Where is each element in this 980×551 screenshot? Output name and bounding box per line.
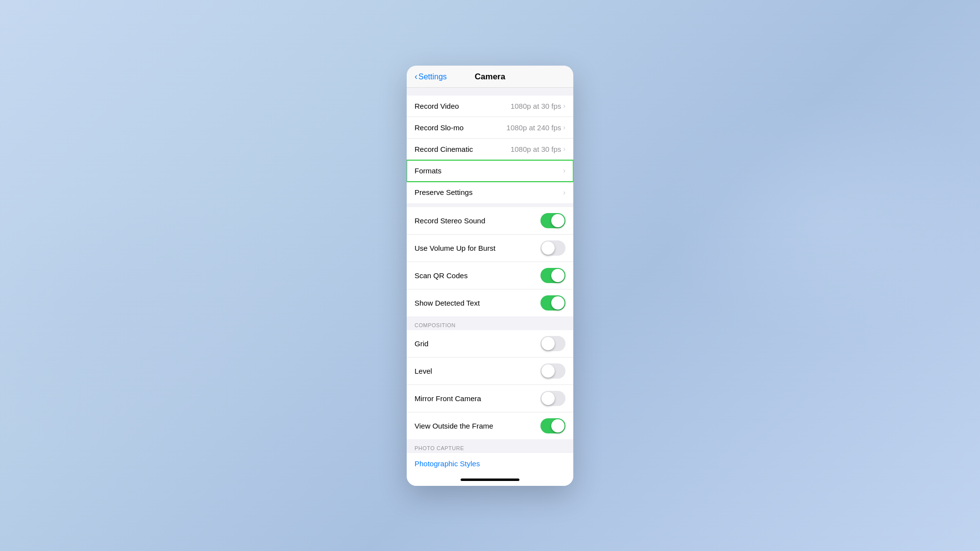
level-toggle[interactable] (540, 363, 565, 379)
toggle-knob (541, 392, 555, 405)
record-video-value: 1080p at 30 fps › (511, 102, 565, 110)
record-cinematic-value: 1080p at 30 fps › (511, 145, 565, 153)
photo-capture-group: Photographic Styles (407, 453, 573, 475)
view-outside-frame-toggle[interactable] (540, 418, 565, 433)
phone-container: ‹ Settings Camera Record Video 1080p at … (407, 66, 573, 486)
record-video-chevron-icon: › (563, 102, 565, 110)
toggle-knob (551, 269, 564, 282)
grid-row: Grid (407, 330, 573, 358)
record-video-row[interactable]: Record Video 1080p at 30 fps › (407, 96, 573, 117)
scan-qr-codes-toggle[interactable] (540, 268, 565, 283)
use-volume-up-burst-label: Use Volume Up for Burst (415, 244, 495, 252)
toggle-knob (551, 419, 564, 432)
show-detected-text-toggle[interactable] (540, 295, 565, 311)
record-slo-mo-row[interactable]: Record Slo-mo 1080p at 240 fps › (407, 117, 573, 139)
record-slo-mo-value: 1080p at 240 fps › (507, 123, 565, 132)
record-video-label: Record Video (415, 102, 459, 110)
photographic-styles-label: Photographic Styles (415, 459, 480, 468)
mirror-front-camera-toggle[interactable] (540, 391, 565, 406)
toggle-knob (541, 337, 555, 350)
formats-value: › (563, 167, 565, 174)
level-row: Level (407, 358, 573, 385)
show-detected-text-row: Show Detected Text (407, 289, 573, 316)
photo-capture-section-gap: PHOTO CAPTURE (407, 439, 573, 453)
back-label: Settings (418, 72, 447, 81)
photographic-styles-row[interactable]: Photographic Styles (407, 453, 573, 475)
grid-label: Grid (415, 339, 428, 348)
preserve-settings-label: Preserve Settings (415, 188, 472, 196)
spacer-1 (407, 203, 573, 207)
record-cinematic-row[interactable]: Record Cinematic 1080p at 30 fps › (407, 139, 573, 160)
composition-group: Grid Level Mirror Front Camera View Outs… (407, 330, 573, 439)
scan-qr-codes-row: Scan QR Codes (407, 262, 573, 289)
home-indicator (407, 475, 573, 486)
preserve-settings-value: › (563, 189, 565, 196)
scan-qr-codes-label: Scan QR Codes (415, 271, 467, 280)
use-volume-up-burst-row: Use Volume Up for Burst (407, 235, 573, 262)
top-spacer (407, 88, 573, 96)
preserve-settings-chevron-icon: › (563, 189, 565, 196)
home-bar (461, 479, 519, 481)
preserve-settings-row[interactable]: Preserve Settings › (407, 182, 573, 203)
record-slo-mo-chevron-icon: › (563, 123, 565, 131)
level-label: Level (415, 367, 432, 375)
record-slo-mo-label: Record Slo-mo (415, 123, 464, 132)
toggle-knob (551, 214, 564, 227)
page-title: Camera (475, 72, 505, 82)
formats-label: Formats (415, 167, 441, 175)
show-detected-text-label: Show Detected Text (415, 299, 480, 307)
navigation-header: ‹ Settings Camera (407, 66, 573, 88)
record-cinematic-label: Record Cinematic (415, 145, 473, 153)
top-settings-group: Record Video 1080p at 30 fps › Record Sl… (407, 96, 573, 203)
composition-section-label: COMPOSITION (415, 322, 456, 328)
toggle-knob (541, 241, 555, 255)
record-stereo-sound-label: Record Stereo Sound (415, 216, 485, 225)
toggles-group: Record Stereo Sound Use Volume Up for Bu… (407, 207, 573, 316)
grid-toggle[interactable] (540, 336, 565, 351)
formats-chevron-icon: › (563, 167, 565, 174)
view-outside-frame-label: View Outside the Frame (415, 422, 493, 430)
composition-section-gap: COMPOSITION (407, 316, 573, 330)
mirror-front-camera-row: Mirror Front Camera (407, 385, 573, 412)
use-volume-up-burst-toggle[interactable] (540, 240, 565, 256)
back-chevron-icon: ‹ (415, 72, 417, 81)
record-stereo-sound-toggle[interactable] (540, 213, 565, 228)
back-button[interactable]: ‹ Settings (415, 72, 447, 81)
toggle-knob (551, 296, 564, 310)
record-cinematic-chevron-icon: › (563, 145, 565, 153)
view-outside-frame-row: View Outside the Frame (407, 412, 573, 439)
toggle-knob (541, 364, 555, 378)
photo-capture-section-label: PHOTO CAPTURE (415, 445, 464, 451)
mirror-front-camera-label: Mirror Front Camera (415, 394, 481, 403)
formats-row[interactable]: Formats › (407, 160, 573, 182)
record-stereo-sound-row: Record Stereo Sound (407, 207, 573, 235)
